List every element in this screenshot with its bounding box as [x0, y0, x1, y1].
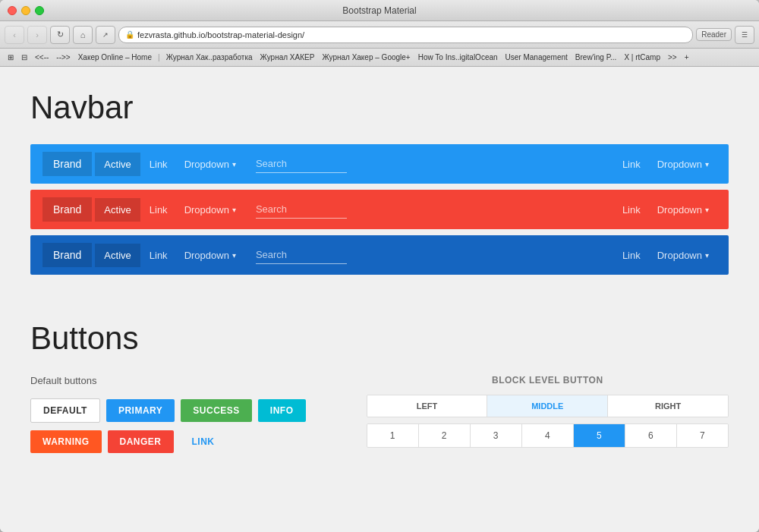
nav-toolbar: ‹ › ↻ ⌂ ↗ 🔒 fezvrasta.github.io/bootstra… [0, 21, 759, 49]
navbar-demos: Brand Active Link Dropdown Link Dropdown… [30, 144, 729, 275]
block-btn-left[interactable]: LEFT [367, 395, 488, 417]
navbar-orange: Brand Active Link Dropdown Link Dropdown [30, 190, 729, 229]
navbar-right-1: Link Dropdown [613, 153, 716, 176]
bookmark-hak-dev[interactable]: Журнал Хак..разработка [163, 52, 256, 63]
navbar-right-dropdown-3[interactable]: Dropdown [650, 244, 716, 267]
navbar-brand-2[interactable]: Brand [43, 197, 92, 222]
bookmark-back[interactable]: <<-- [32, 52, 52, 63]
bookmark-x[interactable]: X | rtCamp [621, 52, 663, 63]
settings-button[interactable]: ☰ [735, 26, 754, 44]
back-button[interactable]: ‹ [5, 26, 24, 44]
url-text: fezvrasta.github.io/bootstrap-material-d… [137, 30, 304, 39]
navbar-right-dropdown-1[interactable]: Dropdown [650, 153, 716, 176]
bookmark-howto[interactable]: How To Ins..igitalOcean [415, 52, 501, 63]
navbar-search-wrapper-3 [244, 246, 613, 264]
navbar-brand-3[interactable]: Brand [43, 243, 92, 267]
lock-icon: 🔒 [125, 30, 134, 39]
navbar-dark-blue: Brand Active Link Dropdown Link Dropdown [30, 235, 729, 275]
bookmarks-bar: ⊞ ⊟ <<-- -->> Хакер Online – Home | Журн… [0, 49, 759, 67]
bookmark-usermgmt[interactable]: User Management [502, 52, 571, 63]
navbar-link-2[interactable]: Link [140, 198, 177, 222]
bookmark-brewing[interactable]: Brew'ing P... [572, 52, 620, 63]
default-buttons-title: Default buttons [30, 375, 306, 386]
bookmark-haker-google[interactable]: Журнал Хакер – Google+ [319, 52, 413, 63]
num-btn-4[interactable]: 4 [522, 424, 574, 447]
navbar-search-wrapper-1 [244, 155, 613, 173]
bookmark-haker[interactable]: Журнал ХАКЕР [257, 52, 318, 63]
navbar-right-3: Link Dropdown [613, 244, 716, 267]
navbar-link-3[interactable]: Link [140, 244, 177, 267]
forward-button[interactable]: › [27, 26, 47, 44]
btn-row-1: DEFAULT PRIMARY SUCCESS INFO [30, 398, 306, 423]
navbar-right-link-1[interactable]: Link [613, 153, 650, 176]
page-title: Bootstrap Material [342, 5, 416, 16]
bookmark-list-icon[interactable]: ⊟ [18, 52, 30, 63]
close-button[interactable] [8, 6, 17, 15]
navbar-section-title: Navbar [30, 90, 729, 126]
block-level-section: BLOCK LEVEL BUTTON LEFT MIDDLE RIGHT 1 2… [367, 375, 729, 461]
address-bar[interactable]: 🔒 fezvrasta.github.io/bootstrap-material… [118, 27, 693, 43]
block-btn-middle[interactable]: MIDDLE [487, 395, 608, 417]
home-button[interactable]: ⌂ [73, 26, 93, 44]
navbar-right-2: Link Dropdown [613, 198, 716, 222]
buttons-section: Buttons Default buttons DEFAULT PRIMARY … [30, 320, 729, 461]
btn-danger[interactable]: DANGER [108, 430, 174, 453]
traffic-lights [8, 6, 44, 15]
num-btn-3[interactable]: 3 [471, 424, 522, 447]
navbar-dropdown-2[interactable]: Dropdown [177, 198, 244, 222]
browser-window: Bootstrap Material ‹ › ↻ ⌂ ↗ 🔒 fezvrasta… [0, 0, 759, 532]
default-buttons-section: Default buttons DEFAULT PRIMARY SUCCESS … [30, 375, 306, 461]
num-btn-2[interactable]: 2 [419, 424, 471, 447]
bookmark-grid-icon[interactable]: ⊞ [5, 52, 17, 63]
reload-button[interactable]: ↻ [50, 26, 70, 44]
navbar-right-link-2[interactable]: Link [613, 198, 650, 222]
reader-button[interactable]: Reader [696, 28, 732, 41]
btn-warning[interactable]: WARNING [30, 430, 102, 453]
navbar-right-link-3[interactable]: Link [613, 244, 650, 267]
title-bar: Bootstrap Material [0, 0, 759, 21]
navbar-active-2[interactable]: Active [95, 198, 140, 222]
navbar-right-dropdown-2[interactable]: Dropdown [650, 198, 716, 222]
maximize-button[interactable] [35, 6, 44, 15]
num-btn-group: 1 2 3 4 5 6 7 [367, 423, 729, 448]
navbar-blue: Brand Active Link Dropdown Link Dropdown [30, 144, 729, 184]
navbar-active-1[interactable]: Active [95, 153, 140, 176]
buttons-section-title: Buttons [30, 320, 729, 357]
bookmark-more[interactable]: >> [665, 52, 680, 63]
block-level-title: BLOCK LEVEL BUTTON [367, 375, 729, 386]
block-btn-group: LEFT MIDDLE RIGHT [367, 395, 729, 417]
navbar-search-3[interactable] [256, 246, 347, 264]
btn-row-2: WARNING DANGER LINK [30, 430, 306, 453]
num-btn-1[interactable]: 1 [367, 424, 419, 447]
navbar-search-wrapper-2 [244, 200, 613, 219]
btn-primary[interactable]: PRIMARY [106, 399, 175, 422]
share-button[interactable]: ↗ [96, 26, 115, 44]
btn-default[interactable]: DEFAULT [30, 398, 100, 423]
page-content: Navbar Brand Active Link Dropdown Link D… [0, 67, 759, 532]
bookmark-add[interactable]: + [682, 52, 692, 63]
btn-success[interactable]: SUCCESS [181, 399, 252, 422]
navbar-link-1[interactable]: Link [140, 153, 177, 176]
separator: | [158, 53, 160, 61]
navbar-search-1[interactable] [256, 155, 347, 173]
num-btn-7[interactable]: 7 [677, 424, 728, 447]
btn-link[interactable]: LINK [180, 430, 227, 453]
bookmark-hacker-online[interactable]: Хакер Online – Home [75, 52, 155, 63]
btn-info[interactable]: INFO [258, 399, 306, 422]
buttons-layout: Default buttons DEFAULT PRIMARY SUCCESS … [30, 375, 729, 461]
navbar-active-3[interactable]: Active [95, 244, 140, 267]
block-btn-right[interactable]: RIGHT [608, 395, 728, 417]
navbar-search-2[interactable] [256, 200, 347, 219]
navbar-dropdown-3[interactable]: Dropdown [177, 244, 244, 267]
bookmark-fwd[interactable]: -->> [53, 52, 73, 63]
navbar-dropdown-1[interactable]: Dropdown [177, 153, 244, 176]
num-btn-6[interactable]: 6 [625, 424, 677, 447]
navbar-brand-1[interactable]: Brand [43, 152, 92, 176]
num-btn-5[interactable]: 5 [574, 424, 625, 447]
minimize-button[interactable] [21, 6, 30, 15]
